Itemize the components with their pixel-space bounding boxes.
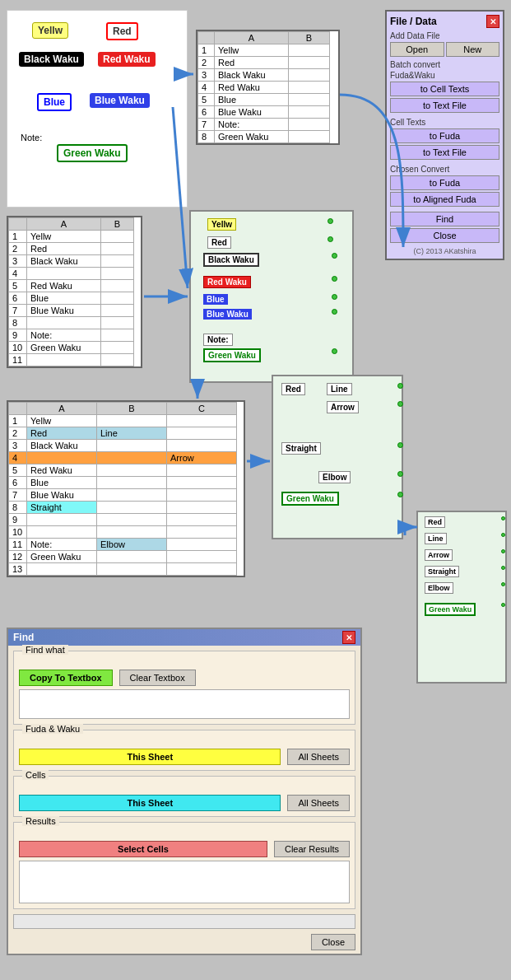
cell-data: [289, 69, 330, 82]
clear-textbox-button[interactable]: Clear Textbox: [119, 670, 196, 686]
cell-data: Green Waku: [27, 551, 97, 563]
sheet2-col-b: B: [101, 218, 134, 231]
find-dialog-close-x-button[interactable]: ✕: [342, 631, 355, 644]
sheet1-col-b: B: [289, 32, 330, 44]
cell-data: Yellw: [27, 415, 97, 427]
table-row: 2RedLine: [9, 427, 237, 440]
fuda-fr-straight: Straight: [425, 566, 459, 577]
cell-data: [289, 82, 330, 94]
cell-data: [27, 317, 101, 329]
find-what-label: Find what: [22, 645, 68, 655]
file-data-close-button[interactable]: ✕: [486, 15, 499, 28]
cell-data: [97, 551, 167, 563]
cell-data: [101, 305, 134, 317]
cells-this-sheet-button[interactable]: This Sheet: [19, 795, 281, 811]
to-fuda-2-button[interactable]: to Fuda: [390, 175, 499, 190]
to-text-file-2-button[interactable]: to Text File: [390, 145, 499, 160]
cell-data: [167, 502, 237, 514]
cell-data: Note:: [27, 539, 97, 551]
find-close-button[interactable]: Close: [311, 934, 355, 950]
cell-data: [101, 280, 134, 292]
fuda-red: Red: [207, 236, 231, 249]
row-num: 9: [9, 514, 27, 526]
cell-data: [101, 329, 134, 342]
row-num: 2: [9, 243, 27, 255]
table-row: 11: [9, 354, 134, 366]
row-num: 13: [9, 563, 27, 576]
results-section: Results Select Cells Clear Results: [13, 822, 355, 909]
table-row: 8Straight: [9, 502, 237, 514]
row-num: 6: [9, 477, 27, 489]
fuda-all-sheets-button[interactable]: All Sheets: [287, 749, 350, 765]
row-num: 6: [9, 292, 27, 305]
cell-data: [97, 464, 167, 477]
cell-data: [27, 354, 101, 366]
fuda-red-waku: Red Waku: [203, 276, 251, 288]
sheet3-col-b: B: [97, 403, 167, 415]
row-num: 7: [198, 119, 215, 131]
label-red-waku: Red Waku: [98, 52, 156, 67]
table-row: 13: [9, 563, 237, 576]
label-blue-waku: Blue Waku: [90, 93, 150, 108]
sheet1-col-idx: [198, 32, 215, 44]
clear-results-button[interactable]: Clear Results: [274, 841, 350, 857]
table-row: 6Blue: [9, 292, 134, 305]
cell-data: [167, 563, 237, 576]
to-text-file-1-button[interactable]: to Text File: [390, 98, 499, 113]
table-row: 8Green Waku: [198, 131, 330, 143]
table-row: 11Note:Elbow: [9, 539, 237, 551]
fuda-blue-waku: Blue Waku: [203, 309, 252, 320]
sheet2-col-a: A: [27, 218, 101, 231]
open-button[interactable]: Open: [390, 42, 444, 57]
table-row: 5Blue: [198, 94, 330, 106]
cell-data: [167, 415, 237, 427]
fuda-fr-line: Line: [425, 533, 447, 544]
fuda-this-sheet-button[interactable]: This Sheet: [19, 749, 281, 765]
find-button[interactable]: Find: [390, 212, 499, 226]
cell-data: Black Waku: [27, 255, 101, 268]
fuda-fr-green-waku: Green Waku: [425, 603, 476, 616]
cell-data: [101, 231, 134, 243]
row-num: 5: [198, 94, 215, 106]
row-num: 1: [9, 415, 27, 427]
panel-close-button[interactable]: Close: [390, 228, 499, 243]
fuda-area-far-right: Red Line Arrow Straight Elbow Green Waku: [416, 511, 507, 684]
label-red: Red: [106, 22, 138, 40]
row-num: 1: [9, 231, 27, 243]
cells-section-label: Cells: [22, 770, 49, 780]
fuda-r-green-waku: Green Waku: [281, 492, 339, 506]
find-what-textbox[interactable]: [19, 689, 350, 719]
select-cells-button[interactable]: Select Cells: [19, 841, 267, 857]
sheet1-table: A B 1Yellw 2Red 3Black Waku 4Red Waku 5B…: [197, 31, 330, 143]
cell-data: [289, 131, 330, 143]
row-num: 4: [198, 82, 215, 94]
sheet3-table: A B C 1Yellw 2RedLine 3Black Waku 4Arrow…: [8, 402, 237, 576]
row-num: 2: [9, 427, 27, 440]
row-num: 6: [198, 106, 215, 119]
row-num: 2: [198, 57, 215, 69]
cells-all-sheets-button[interactable]: All Sheets: [287, 795, 350, 811]
row-num: 11: [9, 354, 27, 366]
cell-data: Red: [27, 243, 101, 255]
row-num: 10: [9, 526, 27, 539]
fuda-note: Note:: [203, 334, 233, 346]
cell-data: Blue: [27, 292, 101, 305]
note-label: Note:: [21, 133, 42, 142]
copy-to-textbox-button[interactable]: Copy To Textbox: [19, 670, 113, 686]
fuda-area-right: Red Line Arrow Straight Elbow Green Waku: [272, 375, 403, 539]
cell-data: [167, 526, 237, 539]
cell-data: [167, 427, 237, 440]
to-cell-texts-button[interactable]: to Cell Texts: [390, 82, 499, 96]
to-fuda-1-button[interactable]: to Fuda: [390, 128, 499, 143]
cell-data: [101, 255, 134, 268]
to-aligned-fuda-button[interactable]: to Aligned Fuda: [390, 192, 499, 207]
cell-data: [289, 106, 330, 119]
new-button[interactable]: New: [446, 42, 500, 57]
cell-data: [101, 354, 134, 366]
results-textbox: [19, 861, 350, 903]
chosen-convert-label: Chosen Convert: [390, 165, 499, 174]
cell-data: Green Waku: [27, 342, 101, 354]
table-row: 5Red Waku: [9, 464, 237, 477]
fuda-green-waku: Green Waku: [203, 348, 261, 362]
fuda-r-elbow: Elbow: [318, 471, 351, 483]
